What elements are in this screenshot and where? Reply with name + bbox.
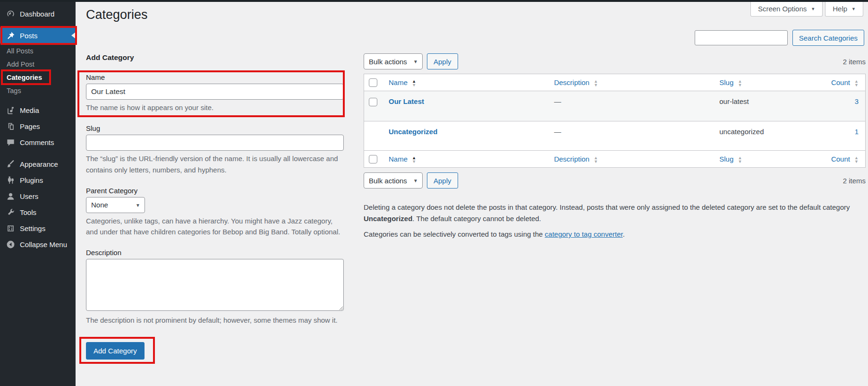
category-slug-input[interactable] — [86, 135, 344, 151]
sort-arrows-icon: ▲▼ — [594, 79, 598, 87]
select-all-checkbox[interactable] — [369, 155, 377, 163]
bulk-actions-bar-bottom: Bulk actions ▼ Apply 2 items — [364, 172, 866, 189]
pages-icon — [6, 121, 15, 131]
collapse-arrow-icon — [6, 240, 15, 249]
sidebar-item-label: Comments — [20, 138, 54, 146]
sidebar-item-label: Collapse Menu — [20, 240, 67, 249]
bulk-actions-select[interactable]: Bulk actions — [364, 53, 423, 69]
plugins-icon — [6, 175, 15, 185]
sidebar-item-add-post[interactable]: Add Post — [0, 58, 76, 71]
category-to-tag-converter-link[interactable]: category to tag converter — [545, 230, 623, 238]
sort-by-count[interactable]: Count — [831, 78, 850, 86]
count-link[interactable]: 3 — [855, 97, 859, 105]
sort-arrows-icon: ▲▼ — [412, 156, 416, 163]
submenu-item-label: Categories — [7, 74, 42, 81]
items-count: 2 items — [843, 58, 866, 66]
media-icon — [6, 105, 15, 115]
count-link[interactable]: 1 — [855, 128, 859, 136]
sidebar-item-categories[interactable]: Categories — [0, 71, 76, 84]
slug-field-group: Slug The “slug” is the URL-friendly vers… — [86, 124, 344, 175]
help-label: Help — [833, 5, 847, 13]
sort-by-count[interactable]: Count — [831, 155, 850, 163]
name-field-group: Name The name is how it appears on your … — [86, 73, 344, 113]
sidebar-item-tags[interactable]: Tags — [0, 84, 76, 97]
name-label: Name — [86, 73, 344, 81]
tools-wrench-icon — [6, 207, 15, 217]
screen-options-label: Screen Options — [758, 5, 807, 13]
sort-arrows-icon: ▲▼ — [854, 156, 859, 163]
category-name-link[interactable]: Uncategorized — [389, 128, 437, 136]
page-title: Categories — [86, 8, 148, 22]
sidebar-item-appearance[interactable]: Appearance — [0, 156, 76, 172]
slug-help-text: The “slug” is the URL-friendly version o… — [86, 153, 344, 175]
parent-category-label: Parent Category — [86, 187, 344, 195]
sidebar-item-settings[interactable]: Settings — [0, 220, 76, 236]
search-categories-button[interactable]: Search Categories — [792, 30, 864, 46]
screen-options-button[interactable]: Screen Options ▼ — [750, 2, 823, 17]
slug-value: uncategorized — [719, 128, 764, 136]
parent-category-select[interactable]: None — [86, 197, 145, 213]
form-heading: Add Category — [86, 53, 344, 62]
sidebar-item-label: Tools — [20, 208, 36, 216]
sort-by-name[interactable]: Name — [389, 78, 408, 86]
table-footer-row: Name ▲▼ Description ▲▼ Slug ▲▼ Count ▲▼ — [364, 150, 865, 167]
sidebar-item-posts[interactable]: Posts — [0, 27, 76, 43]
help-button[interactable]: Help ▼ — [825, 2, 863, 17]
table-header-row: Name ▲▼ Description ▲▼ Slug ▲▼ Count ▲▼ — [364, 74, 865, 91]
table-row: Uncategorized — uncategorized 1 — [364, 121, 865, 150]
apply-button[interactable]: Apply — [427, 172, 458, 189]
slug-value: our-latest — [719, 97, 749, 105]
description-value: — — [554, 97, 561, 105]
sidebar-item-comments[interactable]: Comments — [0, 134, 76, 150]
category-description-textarea[interactable] — [86, 259, 344, 311]
dashboard-icon — [6, 9, 15, 18]
category-name-input[interactable] — [86, 84, 344, 100]
category-name-link[interactable]: Our Latest — [389, 97, 424, 105]
sort-by-description[interactable]: Description — [554, 78, 589, 86]
sidebar-item-plugins[interactable]: Plugins — [0, 172, 76, 188]
bulk-actions-bar-top: Bulk actions ▼ Apply 2 items — [364, 53, 866, 69]
submenu-item-label: Tags — [7, 87, 21, 94]
sort-arrows-icon: ▲▼ — [594, 156, 598, 163]
sort-by-description[interactable]: Description — [554, 155, 589, 163]
sidebar-item-users[interactable]: Users — [0, 188, 76, 204]
apply-button[interactable]: Apply — [427, 53, 458, 69]
comments-icon — [6, 137, 15, 147]
sidebar-item-tools[interactable]: Tools — [0, 204, 76, 220]
sort-arrows-icon: ▲▼ — [854, 79, 859, 87]
sort-by-name[interactable]: Name — [389, 155, 408, 163]
categories-list: Bulk actions ▼ Apply 2 items Name ▲▼ — [364, 53, 866, 244]
sort-arrows-icon: ▲▼ — [738, 156, 742, 163]
bulk-actions-select[interactable]: Bulk actions — [364, 172, 423, 189]
submenu-item-label: All Posts — [7, 47, 33, 55]
description-help-text: The description is not prominent by defa… — [86, 315, 344, 326]
sidebar-item-label: Pages — [20, 122, 40, 130]
sidebar-item-all-posts[interactable]: All Posts — [0, 44, 76, 58]
sidebar-item-media[interactable]: Media — [0, 102, 76, 118]
sidebar-item-dashboard[interactable]: Dashboard — [0, 6, 76, 22]
sidebar-item-label: Settings — [20, 224, 45, 232]
default-category-name: Uncategorized — [364, 214, 412, 223]
sidebar-item-label: Users — [20, 192, 38, 200]
converter-note: Categories can be selectively converted … — [364, 229, 866, 240]
name-help-text: The name is how it appears on your site. — [86, 102, 344, 113]
select-all-checkbox[interactable] — [369, 78, 377, 87]
sidebar-item-collapse-menu[interactable]: Collapse Menu — [0, 236, 76, 252]
submit-wrap: Add Category — [86, 342, 145, 360]
description-value: — — [554, 128, 561, 136]
add-category-button[interactable]: Add Category — [86, 342, 145, 360]
chevron-down-icon: ▼ — [851, 7, 856, 11]
sidebar-item-pages[interactable]: Pages — [0, 118, 76, 134]
list-footnotes: Deleting a category does not delete the … — [364, 202, 866, 240]
categories-table: Name ▲▼ Description ▲▼ Slug ▲▼ Count ▲▼ — [364, 74, 866, 168]
parent-category-field-group: Parent Category None ▼ Categories, unlik… — [86, 187, 344, 238]
parent-category-help-text: Categories, unlike tags, can have a hier… — [86, 215, 344, 238]
row-checkbox[interactable] — [369, 98, 377, 106]
main-content: Categories Screen Options ▼ Help ▼ Searc… — [76, 0, 868, 386]
sort-by-slug[interactable]: Slug — [719, 155, 733, 163]
delete-category-note: Deleting a category does not delete the … — [364, 202, 866, 224]
search-input[interactable] — [695, 30, 788, 45]
sort-by-slug[interactable]: Slug — [719, 78, 733, 86]
admin-sidebar: Dashboard Posts All Posts Add Post Categ… — [0, 0, 76, 386]
search-box: Search Categories — [695, 30, 864, 46]
